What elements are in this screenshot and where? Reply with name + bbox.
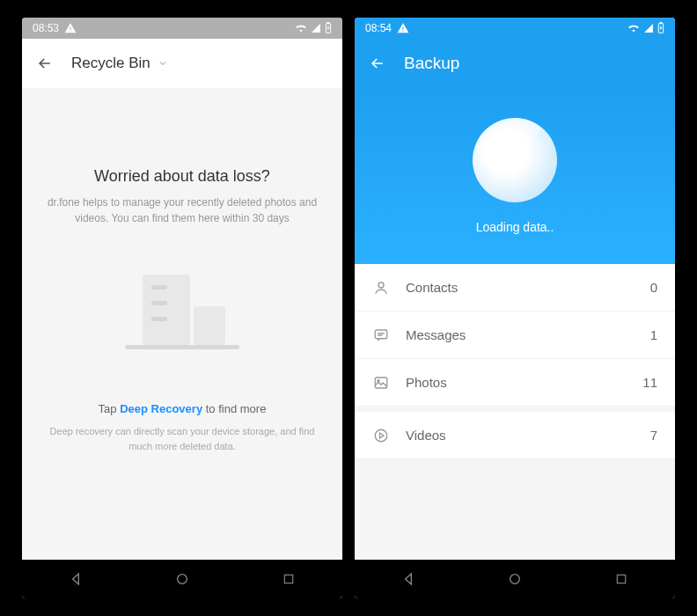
phone-recycle-bin: 08:53 Recycle Bin W (22, 18, 342, 598)
deep-recovery-link[interactable]: Deep Recovery (120, 402, 202, 415)
item-label: Photos (406, 375, 627, 390)
signal-icon (643, 23, 654, 33)
hero-section: Loading data.. (355, 88, 675, 264)
app-bar: Recycle Bin (22, 39, 342, 88)
heading: Worried about data loss? (94, 167, 270, 186)
status-time: 08:53 (33, 22, 59, 34)
loading-pie-icon (473, 118, 557, 202)
svg-rect-3 (285, 575, 293, 583)
wifi-icon (295, 23, 307, 33)
list-item-contacts[interactable]: Contacts 0 (355, 264, 675, 312)
sub-text: dr.fone helps to manage your recently de… (40, 194, 325, 226)
signal-icon (311, 23, 321, 33)
video-icon (372, 428, 390, 444)
item-count: 1 (650, 327, 657, 342)
item-label: Messages (406, 327, 635, 342)
list-item-messages[interactable]: Messages 1 (355, 312, 675, 359)
battery-icon (325, 22, 332, 34)
nav-home-button[interactable] (173, 570, 191, 588)
phone-backup: 08:54 Backup Loading data.. (355, 18, 675, 598)
photo-icon (372, 375, 390, 391)
nav-home-button[interactable] (506, 570, 524, 588)
status-time: 08:54 (365, 22, 392, 34)
item-count: 7 (650, 428, 657, 443)
app-bar: Backup (355, 39, 675, 88)
nav-back-button[interactable] (67, 570, 84, 588)
title-dropdown[interactable]: Recycle Bin (71, 55, 168, 72)
deep-recovery-prompt: Tap Deep Recovery to find more (99, 402, 267, 415)
item-count: 11 (642, 375, 657, 390)
svg-rect-8 (375, 378, 387, 388)
item-count: 0 (650, 280, 657, 295)
status-bar: 08:53 (22, 18, 342, 39)
android-nav-bar (22, 560, 342, 598)
warning-icon (397, 22, 409, 34)
back-button[interactable] (36, 55, 54, 72)
svg-rect-1 (327, 23, 329, 24)
app-title: Backup (404, 54, 459, 73)
svg-rect-5 (660, 23, 662, 24)
backup-list: Contacts 0 Messages 1 Photos 11 Videos 7 (355, 264, 675, 560)
main-content: Worried about data loss? dr.fone helps t… (22, 88, 342, 560)
svg-point-6 (378, 282, 384, 288)
wifi-icon (627, 23, 640, 33)
deep-recovery-desc: Deep recovery can directly scan your dev… (40, 424, 325, 453)
empty-illustration (125, 261, 239, 358)
contact-icon (372, 280, 390, 296)
list-item-videos[interactable]: Videos 7 (355, 412, 675, 459)
status-bar: 08:54 (355, 18, 675, 39)
back-button[interactable] (369, 55, 386, 72)
app-title: Recycle Bin (71, 55, 150, 72)
item-label: Contacts (406, 280, 635, 295)
warning-icon (64, 22, 77, 34)
svg-rect-12 (618, 575, 626, 583)
message-icon (372, 327, 390, 343)
android-nav-bar (355, 560, 675, 598)
svg-point-9 (378, 379, 379, 381)
nav-recents-button[interactable] (280, 570, 297, 588)
svg-rect-7 (375, 330, 387, 339)
loading-text: Loading data.. (476, 220, 554, 234)
svg-point-10 (375, 429, 387, 442)
chevron-down-icon (158, 58, 168, 69)
svg-point-2 (178, 575, 187, 584)
list-item-photos[interactable]: Photos 11 (355, 359, 675, 407)
nav-recents-button[interactable] (613, 570, 630, 588)
item-label: Videos (406, 428, 635, 443)
svg-point-11 (510, 575, 520, 584)
battery-icon (657, 22, 664, 34)
nav-back-button[interactable] (400, 570, 417, 588)
